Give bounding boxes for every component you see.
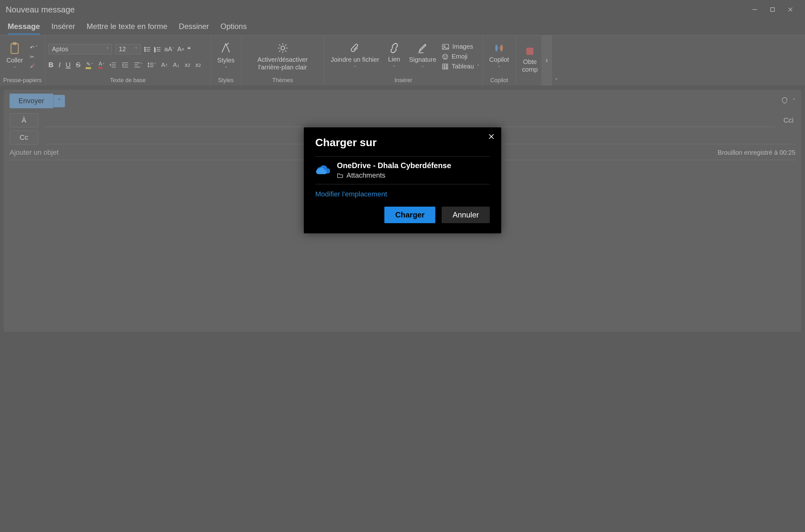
upload-label: Charger bbox=[395, 210, 425, 219]
modal-close-button[interactable] bbox=[488, 133, 494, 141]
upload-modal: Charger sur OneDrive - Dhala Cyberdéfens… bbox=[304, 127, 501, 233]
change-location-link[interactable]: Modifier l'emplacement bbox=[315, 190, 387, 198]
modal-overlay: Charger sur OneDrive - Dhala Cyberdéfens… bbox=[0, 0, 805, 532]
location-secondary: Attachments bbox=[347, 171, 385, 179]
cancel-button[interactable]: Annuler bbox=[442, 207, 490, 223]
upload-location-row[interactable]: OneDrive - Dhala Cyberdéfense Attachment… bbox=[315, 156, 490, 184]
upload-button[interactable]: Charger bbox=[385, 207, 435, 223]
folder-icon bbox=[337, 173, 343, 178]
modal-title: Charger sur bbox=[315, 136, 490, 149]
cancel-label: Annuler bbox=[452, 210, 479, 219]
location-primary: OneDrive - Dhala Cyberdéfense bbox=[337, 161, 451, 170]
onedrive-icon bbox=[315, 165, 330, 175]
